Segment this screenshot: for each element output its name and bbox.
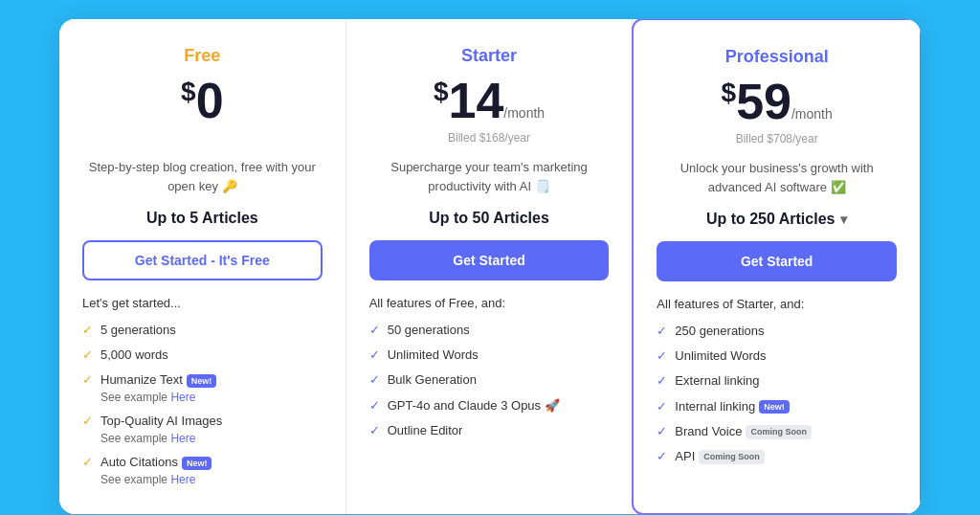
list-item: ✓Unlimited Words — [657, 347, 897, 365]
check-icon: ✓ — [657, 348, 667, 363]
chevron-down-icon[interactable]: ▾ — [840, 212, 847, 227]
check-icon: ✓ — [657, 399, 667, 414]
pricing-container: Free$0Step-by-step blog creation, free w… — [59, 19, 921, 514]
feature-text: Unlimited Words — [675, 347, 766, 365]
check-icon: ✓ — [369, 372, 380, 387]
list-item: ✓External linking — [657, 372, 897, 390]
feature-subtext: See example Here — [100, 472, 212, 488]
price-suffix-professional: /month — [791, 106, 833, 122]
price-block-free: $0 — [82, 76, 323, 125]
plan-description-free: Step-by-step blog creation, free with yo… — [82, 158, 323, 196]
articles-label-professional: Up to 250 Articles — [706, 211, 835, 228]
features-intro-professional: All features of Starter, and: — [657, 297, 897, 311]
price-main-professional: $59/month — [722, 74, 833, 129]
feature-text: Internal linkingNew! — [675, 398, 789, 415]
articles-label-starter: Up to 50 Articles — [429, 210, 549, 227]
check-icon: ✓ — [657, 449, 667, 463]
feature-badge: Coming Soon — [699, 450, 765, 464]
features-list-professional: ✓250 generations✓Unlimited Words✓Externa… — [657, 323, 897, 465]
feature-text: Brand VoiceComing Soon — [675, 423, 812, 440]
price-suffix-starter: /month — [503, 105, 545, 121]
features-list-free: ✓5 generations✓5,000 words✓Humanize Text… — [82, 322, 323, 487]
feature-text: External linking — [675, 372, 759, 390]
feature-text: 50 generations — [388, 322, 470, 339]
check-icon: ✓ — [369, 398, 380, 413]
feature-text: Humanize TextNew!See example Here — [100, 371, 216, 405]
feature-badge: New! — [182, 457, 212, 471]
list-item: ✓50 generations — [369, 322, 610, 339]
feature-badge: New! — [187, 374, 217, 389]
list-item: ✓GPT-4o and Claude 3 Opus 🚀 — [369, 397, 610, 414]
feature-text: Auto CitationsNew!See example Here — [100, 454, 212, 487]
check-icon: ✓ — [82, 372, 93, 387]
check-icon: ✓ — [82, 414, 93, 428]
check-icon: ✓ — [82, 347, 93, 362]
feature-example-link[interactable]: Here — [170, 432, 195, 445]
plan-card-starter: Starter$14/monthBilled $168/yearSupercha… — [346, 19, 634, 514]
plan-name-professional: Professional — [657, 47, 897, 67]
plan-name-free: Free — [82, 46, 323, 66]
plan-description-starter: Supercharge your team's marketing produc… — [369, 158, 610, 196]
cta-button-starter[interactable]: Get Started — [369, 240, 610, 280]
check-icon: ✓ — [657, 424, 667, 438]
price-main-free: $0 — [181, 73, 224, 128]
feature-badge: New! — [759, 400, 790, 414]
list-item: ✓Bulk Generation — [369, 371, 610, 389]
feature-example-link[interactable]: Here — [170, 391, 195, 404]
list-item: ✓250 generations — [657, 323, 897, 340]
cta-button-professional[interactable]: Get Started — [657, 241, 897, 281]
features-intro-free: Let's get started... — [82, 296, 323, 310]
price-main-starter: $14/month — [434, 73, 545, 128]
feature-subtext: See example Here — [100, 390, 216, 406]
check-icon: ✓ — [82, 455, 93, 469]
list-item: ✓Humanize TextNew!See example Here — [82, 371, 323, 405]
check-icon: ✓ — [82, 323, 93, 337]
articles-section-free: Up to 5 Articles — [82, 210, 323, 227]
check-icon: ✓ — [657, 373, 667, 388]
check-icon: ✓ — [369, 323, 380, 337]
articles-label-free: Up to 5 Articles — [146, 210, 258, 227]
list-item: ✓Outline Editor — [369, 422, 610, 439]
feature-badge: Coming Soon — [746, 425, 812, 439]
feature-text: 250 generations — [675, 323, 764, 340]
feature-text: GPT-4o and Claude 3 Opus 🚀 — [388, 397, 560, 414]
features-intro-starter: All features of Free, and: — [369, 296, 610, 310]
cta-button-free[interactable]: Get Started - It's Free — [82, 240, 323, 280]
check-icon: ✓ — [369, 347, 380, 362]
articles-section-professional[interactable]: Up to 250 Articles▾ — [657, 211, 897, 228]
price-block-professional: $59/month — [657, 77, 897, 126]
feature-text: 5 generations — [100, 322, 176, 339]
plan-card-professional: Professional$59/monthBilled $708/yearUnl… — [632, 19, 921, 514]
list-item: ✓Unlimited Words — [369, 347, 610, 364]
feature-example-link[interactable]: Here — [170, 473, 195, 486]
plan-card-free: Free$0Step-by-step blog creation, free w… — [59, 19, 346, 514]
list-item: ✓Brand VoiceComing Soon — [657, 423, 897, 440]
feature-text: 5,000 words — [100, 347, 168, 364]
check-icon: ✓ — [369, 423, 380, 437]
list-item: ✓Auto CitationsNew!See example Here — [82, 454, 323, 487]
feature-text: Unlimited Words — [388, 347, 479, 364]
feature-subtext: See example Here — [100, 431, 222, 447]
list-item: ✓Internal linkingNew! — [657, 398, 897, 415]
list-item: ✓5 generations — [82, 322, 323, 339]
plan-name-starter: Starter — [369, 46, 610, 66]
feature-text: APIComing Soon — [675, 448, 764, 465]
list-item: ✓APIComing Soon — [657, 448, 897, 465]
price-billed-starter: Billed $168/year — [369, 131, 610, 146]
feature-text: Bulk Generation — [388, 371, 477, 389]
feature-text: Top-Quality AI ImagesSee example Here — [100, 413, 222, 446]
feature-text: Outline Editor — [388, 422, 463, 439]
list-item: ✓Top-Quality AI ImagesSee example Here — [82, 413, 323, 446]
price-block-starter: $14/month — [369, 76, 610, 125]
price-billed-professional: Billed $708/year — [657, 132, 897, 147]
features-list-starter: ✓50 generations✓Unlimited Words✓Bulk Gen… — [369, 322, 610, 439]
articles-section-starter: Up to 50 Articles — [369, 210, 610, 227]
list-item: ✓5,000 words — [82, 347, 323, 364]
price-billed-free — [82, 131, 323, 146]
check-icon: ✓ — [657, 324, 667, 338]
plan-description-professional: Unlock your business's growth with advan… — [657, 159, 897, 197]
